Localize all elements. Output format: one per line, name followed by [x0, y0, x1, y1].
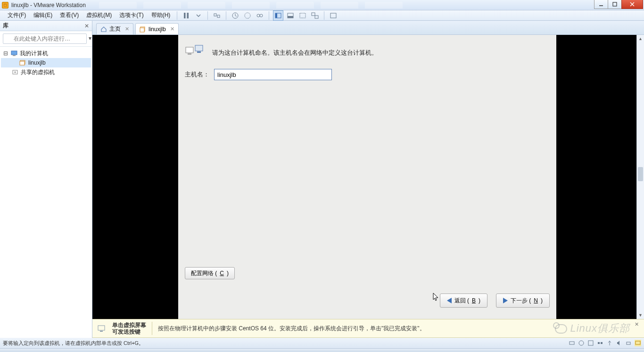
tab-vm[interactable]: linuxjlb ✕	[135, 23, 179, 34]
device-usb-icon[interactable]	[606, 340, 613, 346]
svg-rect-4	[184, 13, 186, 18]
svg-rect-40	[627, 342, 630, 344]
snapshot-back-icon[interactable]	[230, 10, 240, 21]
scroll-thumb[interactable]	[638, 167, 643, 181]
send-ctrlaltdel-icon[interactable]	[212, 10, 222, 21]
view-sidebar-icon[interactable]	[273, 10, 283, 21]
vm-tab-icon	[140, 26, 146, 33]
snapshot-manager-icon[interactable]	[255, 10, 265, 21]
tab-vm-label: linuxjlb	[149, 26, 166, 33]
svg-rect-34	[100, 331, 103, 332]
maximize-button[interactable]	[608, 0, 622, 9]
tree-my-computer[interactable]: ⊟ 我的计算机	[1, 49, 91, 58]
svg-rect-37	[588, 341, 593, 345]
menu-view[interactable]: 查看(V)	[56, 10, 83, 20]
configure-network-button[interactable]: 配置网络 (C)	[185, 267, 235, 279]
scroll-up-icon[interactable]: ▲	[637, 35, 644, 42]
device-message-icon[interactable]	[635, 340, 641, 346]
statusbar: 要将输入定向到该虚拟机，请在虚拟机内部单击或按 Ctrl+G。	[0, 338, 644, 348]
svg-rect-17	[312, 13, 315, 16]
svg-rect-6	[214, 14, 216, 16]
device-network-icon[interactable]	[597, 340, 603, 346]
svg-rect-30	[188, 53, 191, 55]
svg-rect-41	[636, 341, 640, 344]
snapshot-forward-icon[interactable]	[242, 10, 253, 21]
svg-rect-5	[187, 13, 189, 18]
minimize-button[interactable]	[594, 0, 608, 9]
view-fullscreen-icon[interactable]	[297, 10, 308, 21]
svg-rect-16	[300, 13, 305, 18]
menu-help[interactable]: 帮助(H)	[148, 10, 174, 20]
computer-icon	[10, 50, 18, 57]
device-sound-icon[interactable]	[616, 340, 622, 346]
svg-point-11	[260, 14, 263, 17]
svg-rect-32	[197, 51, 201, 53]
tab-home[interactable]: 主页 ✕	[96, 23, 133, 34]
dropdown-icon[interactable]	[193, 10, 204, 21]
vm-console[interactable]: 请为这台计算机命名。该主机名会在网络中定义这台计算机。 主机名： 配置网络 (C…	[92, 35, 644, 319]
sidebar-search-row: ▾	[0, 31, 92, 47]
hostname-label: 主机名：	[185, 70, 209, 79]
next-button[interactable]: 下一步 (N)	[496, 293, 550, 308]
svg-rect-23	[13, 55, 16, 56]
app-icon: □	[2, 2, 8, 8]
menu-edit[interactable]: 编辑(E)	[30, 10, 56, 20]
svg-rect-7	[217, 15, 220, 17]
tree-label-mycomputer: 我的计算机	[20, 50, 48, 58]
tab-vm-close-icon[interactable]: ✕	[170, 26, 174, 32]
tip-body: 按照在物理计算机中的步骤安装 CentOS 64 位。安装完成后，操作系统会进行…	[158, 325, 425, 333]
hostname-input[interactable]	[214, 69, 332, 80]
vertical-scrollbar[interactable]: ▲ ▼	[636, 35, 644, 319]
svg-rect-13	[275, 13, 277, 18]
console-black-left	[92, 35, 178, 319]
console-black-right	[556, 35, 636, 319]
svg-rect-38	[598, 342, 600, 344]
menu-vm[interactable]: 虚拟机(M)	[83, 10, 116, 20]
svg-rect-1	[613, 2, 617, 6]
sidebar-title: 库	[3, 22, 8, 30]
windows-taskbar[interactable]	[0, 348, 644, 352]
view-console-icon[interactable]	[285, 10, 296, 21]
svg-point-9	[245, 13, 250, 18]
menubar: 文件(F) 编辑(E) 查看(V) 虚拟机(M) 选项卡(T) 帮助(H)	[0, 10, 644, 21]
close-button[interactable]	[621, 0, 643, 9]
window-controls	[594, 0, 643, 9]
svg-rect-19	[330, 13, 336, 18]
device-hdd-icon[interactable]	[569, 340, 575, 346]
window-titlebar: □ linuxjlb - VMware Workstation	[0, 0, 644, 10]
sidebar-search-input[interactable]	[3, 34, 87, 44]
pause-icon[interactable]	[181, 10, 191, 21]
expand-icon[interactable]: ⊟	[3, 50, 8, 57]
home-icon	[100, 26, 107, 33]
svg-rect-22	[11, 51, 17, 55]
view-unity-icon[interactable]	[310, 10, 320, 21]
search-dropdown-icon[interactable]: ▾	[89, 35, 91, 42]
svg-rect-15	[288, 16, 293, 18]
menu-tabs[interactable]: 选项卡(T)	[116, 10, 147, 20]
tab-home-close-icon[interactable]: ✕	[125, 26, 129, 32]
back-button[interactable]: 返回 (B)	[440, 293, 487, 308]
sidebar-close-icon[interactable]: ✕	[84, 23, 89, 29]
sidebar-header: 库 ✕	[0, 21, 92, 31]
tree-label-shared: 共享的虚拟机	[21, 68, 55, 76]
library-sidebar: 库 ✕ ▾ ⊟ 我的计算机 linuxjlb 共享的虚拟机	[0, 21, 92, 338]
vm-icon	[19, 59, 26, 66]
arrow-left-icon	[447, 298, 452, 303]
scroll-down-icon[interactable]: ▼	[637, 311, 644, 319]
svg-point-10	[257, 14, 260, 17]
menu-file[interactable]: 文件(F)	[4, 10, 30, 20]
tab-home-label: 主页	[109, 25, 121, 33]
device-cd-icon[interactable]	[578, 340, 585, 346]
installer-panel: 请为这台计算机命名。该主机名会在网络中定义这台计算机。 主机名： 配置网络 (C…	[178, 35, 556, 319]
device-printer-icon[interactable]	[625, 340, 632, 346]
tree-shared-vms[interactable]: 共享的虚拟机	[1, 67, 91, 77]
tree-vm-linuxjlb[interactable]: linuxjlb	[1, 58, 91, 67]
content-area: 主页 ✕ linuxjlb ✕ 请为这台计算机命	[92, 21, 644, 338]
device-floppy-icon[interactable]	[587, 340, 594, 346]
tip-close-icon[interactable]: ✕	[635, 321, 641, 328]
svg-point-36	[579, 341, 584, 345]
view-thumbnail-icon[interactable]	[328, 10, 339, 21]
tip-bar: 单击虚拟屏幕 可发送按键 按照在物理计算机中的步骤安装 CentOS 64 位。…	[92, 319, 644, 338]
tip-title: 单击虚拟屏幕 可发送按键	[112, 322, 146, 335]
window-title: linuxjlb - VMware Workstation	[11, 2, 86, 8]
